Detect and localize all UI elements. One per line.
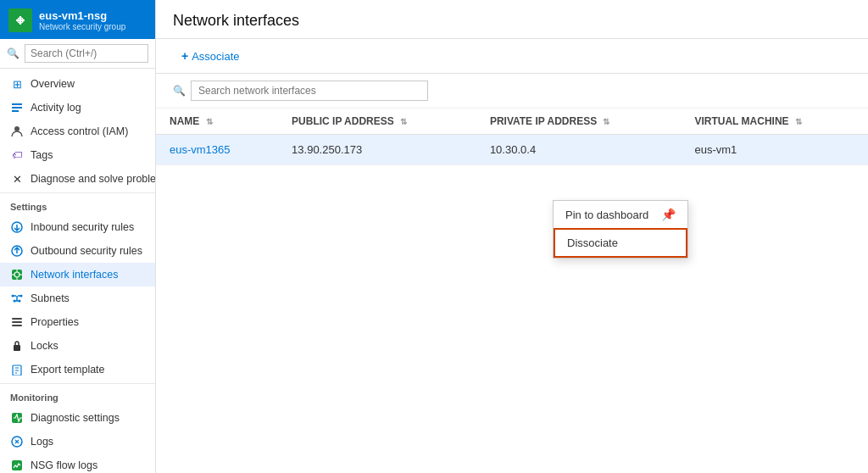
col-header-private-ip[interactable]: PRIVATE IP ADDRESS ⇅ [476, 109, 682, 135]
context-menu: Pin to dashboard 📌 Dissociate [553, 200, 688, 259]
search-input[interactable] [25, 44, 148, 63]
sidebar-item-properties[interactable]: Properties [0, 310, 155, 334]
sidebar-label-locks: Locks [31, 340, 58, 352]
sidebar-item-locks[interactable]: Locks [0, 334, 155, 358]
sidebar-label-properties: Properties [31, 316, 79, 328]
nsg-flow-icon [10, 459, 24, 472]
sidebar-item-logs[interactable]: Logs [0, 430, 155, 454]
sidebar-label-tags: Tags [31, 149, 53, 161]
lock-icon [10, 339, 24, 353]
table-header: NAME ⇅ PUBLIC IP ADDRESS ⇅ PRIVATE IP AD… [156, 109, 868, 135]
svg-rect-2 [12, 103, 22, 105]
outbound-icon [10, 244, 24, 258]
svg-point-11 [20, 295, 23, 298]
inbound-icon [10, 220, 24, 234]
col-header-name[interactable]: NAME ⇅ [156, 109, 278, 135]
col-label-private-ip: PRIVATE IP ADDRESS [490, 115, 597, 127]
interface-name-link[interactable]: eus-vm1365 [170, 143, 231, 156]
context-menu-dissociate[interactable]: Dissociate [554, 228, 687, 258]
search-interfaces-input[interactable] [191, 81, 428, 101]
sidebar-label-nsg-flow-logs: NSG flow logs [31, 459, 97, 471]
sidebar-label-subnets: Subnets [31, 292, 70, 304]
sidebar-label-activity-log: Activity log [31, 102, 81, 114]
main-content: Network interfaces + Associate 🔍 NAME ⇅ … [156, 0, 868, 473]
sidebar-item-network-interfaces[interactable]: Network interfaces [0, 263, 155, 287]
svg-rect-4 [12, 110, 19, 112]
tag-icon: 🏷 [10, 148, 24, 162]
sidebar-item-export-template[interactable]: Export template [0, 358, 155, 381]
sidebar-label-export-template: Export template [31, 364, 105, 376]
app-subtitle: Network security group [39, 22, 125, 31]
sidebar-item-activity-log[interactable]: Activity log [0, 96, 155, 120]
sidebar-search-container: 🔍 [0, 39, 155, 69]
plus-icon: + [181, 49, 188, 63]
svg-point-10 [12, 295, 14, 298]
sort-icon-public-ip: ⇅ [400, 117, 407, 126]
sort-icon-vm: ⇅ [795, 117, 802, 126]
monitoring-section-label: Monitoring [0, 383, 155, 406]
sidebar-item-overview[interactable]: ⊞ Overview [0, 72, 155, 96]
sidebar-label-overview: Overview [31, 78, 75, 90]
cell-name: eus-vm1365 [156, 135, 278, 165]
search-icon: 🔍 [7, 47, 19, 59]
sidebar-item-tags[interactable]: 🏷 Tags [0, 143, 155, 167]
list-icon [10, 101, 24, 114]
subnets-icon [10, 292, 24, 305]
cell-vm: eus-vm1 [681, 135, 868, 165]
svg-rect-14 [12, 318, 22, 320]
table-body: eus-vm1365 13.90.250.173 10.30.0.4 eus-v… [156, 135, 868, 165]
svg-rect-3 [12, 107, 22, 109]
svg-rect-21 [12, 460, 22, 470]
svg-rect-16 [12, 325, 22, 326]
app-title: eus-vm1-nsg [39, 9, 125, 23]
sidebar-item-diagnose[interactable]: ✕ Diagnose and solve problems [0, 167, 155, 191]
table-container: NAME ⇅ PUBLIC IP ADDRESS ⇅ PRIVATE IP AD… [156, 109, 868, 473]
page-title: Network interfaces [173, 12, 851, 30]
logs-icon [10, 435, 24, 448]
col-header-public-ip[interactable]: PUBLIC IP ADDRESS ⇅ [278, 109, 476, 135]
associate-label: Associate [192, 50, 239, 63]
network-icon [10, 268, 24, 281]
sidebar-label-diagnostic-settings: Diagnostic settings [31, 412, 120, 424]
context-menu-pin[interactable]: Pin to dashboard 📌 [554, 201, 687, 228]
sidebar-item-nsg-flow-logs[interactable]: NSG flow logs [0, 454, 155, 473]
sort-icon-private-ip: ⇅ [603, 117, 609, 126]
sidebar-label-network-interfaces: Network interfaces [31, 269, 119, 281]
cell-private-ip: 10.30.0.4 [476, 135, 682, 165]
svg-point-12 [14, 300, 16, 303]
diagnostic-icon [10, 411, 24, 425]
export-icon [10, 363, 24, 376]
sidebar-label-outbound: Outbound security rules [31, 245, 142, 257]
svg-point-5 [14, 126, 19, 131]
pin-icon: 📌 [661, 208, 676, 221]
associate-button[interactable]: + Associate [173, 46, 248, 66]
network-interfaces-table: NAME ⇅ PUBLIC IP ADDRESS ⇅ PRIVATE IP AD… [156, 109, 868, 165]
svg-point-13 [19, 300, 21, 303]
sidebar-item-diagnostic-settings[interactable]: Diagnostic settings [0, 406, 155, 430]
col-label-public-ip: PUBLIC IP ADDRESS [292, 115, 394, 127]
search-icon: 🔍 [173, 85, 186, 97]
sidebar-label-logs: Logs [31, 436, 53, 448]
col-label-vm: VIRTUAL MACHINE [694, 115, 788, 127]
sidebar-item-access-control[interactable]: Access control (IAM) [0, 120, 155, 143]
sort-icon-name: ⇅ [206, 117, 213, 126]
table-row[interactable]: eus-vm1365 13.90.250.173 10.30.0.4 eus-v… [156, 135, 868, 165]
svg-rect-15 [12, 321, 22, 323]
col-header-vm[interactable]: VIRTUAL MACHINE ⇅ [681, 109, 868, 135]
sidebar-label-inbound: Inbound security rules [31, 221, 134, 233]
sidebar-header: eus-vm1-nsg Network security group [0, 0, 155, 39]
sidebar-label-access-control: Access control (IAM) [31, 125, 128, 137]
svg-rect-17 [14, 345, 20, 351]
sidebar-header-text: eus-vm1-nsg Network security group [39, 9, 125, 32]
person-icon [10, 125, 24, 138]
pin-to-dashboard-label: Pin to dashboard [565, 209, 648, 221]
sidebar-label-diagnose: Diagnose and solve problems [31, 173, 156, 185]
cell-public-ip: 13.90.250.173 [278, 135, 476, 165]
sidebar-item-subnets[interactable]: Subnets [0, 287, 155, 310]
sidebar-item-outbound[interactable]: Outbound security rules [0, 239, 155, 263]
dissociate-label: Dissociate [567, 236, 618, 249]
sidebar-item-inbound[interactable]: Inbound security rules [0, 215, 155, 239]
main-header: Network interfaces [156, 0, 868, 39]
settings-section-label: Settings [0, 192, 155, 215]
main-toolbar: + Associate [156, 39, 868, 74]
